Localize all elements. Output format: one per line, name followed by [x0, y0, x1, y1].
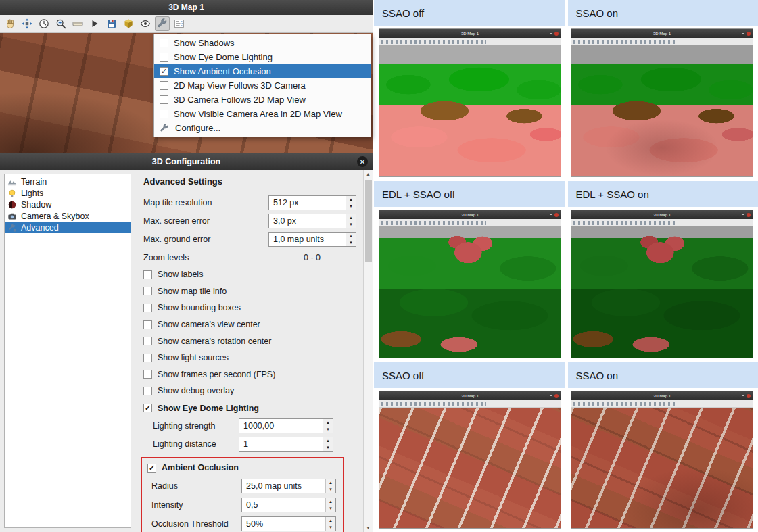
- spin-up-icon[interactable]: ▲: [346, 233, 356, 239]
- max-ground-error-spinbox[interactable]: 1,0 map units ▲▼: [268, 232, 356, 247]
- sidebar-item-camera-skybox[interactable]: Camera & Skybox: [5, 210, 131, 222]
- checkbox-row-show-labels[interactable]: Show labels: [143, 266, 363, 283]
- menu-item-show-visible-camera-area[interactable]: Show Visible Camera Area in 2D Map View: [154, 107, 371, 121]
- spin-down-icon[interactable]: ▼: [326, 505, 335, 512]
- eye-icon[interactable]: [138, 16, 153, 31]
- legend-icon[interactable]: [172, 16, 187, 31]
- spin-down-icon[interactable]: ▼: [346, 221, 356, 228]
- spin-down-icon[interactable]: ▼: [323, 426, 333, 433]
- scroll-up-icon[interactable]: ▲: [366, 170, 371, 178]
- spinbox-value[interactable]: 50%: [242, 517, 325, 531]
- checkbox-icon: [143, 387, 152, 395]
- sidebar-item-terrain[interactable]: Terrain: [5, 176, 131, 187]
- minimize-icon: [550, 33, 552, 34]
- edl-group-header[interactable]: Show Eye Dome Lighting: [143, 400, 363, 417]
- export-3d-icon[interactable]: [121, 16, 136, 31]
- checkbox-row-show-bounding-boxes[interactable]: Show bounding boxes: [143, 299, 363, 316]
- radius-spinbox[interactable]: 25,0 map units ▲▼: [241, 479, 336, 493]
- camera-control-icon[interactable]: [20, 16, 34, 31]
- minimize-icon: [550, 214, 552, 216]
- comparison-label: SSAO on: [568, 0, 758, 26]
- menu-item-show-shadows[interactable]: Show Shadows: [154, 36, 371, 50]
- menu-item-3d-follows-2d[interactable]: 3D Camera Follows 2D Map View: [154, 93, 371, 107]
- map-window-titlebar[interactable]: 3D Map 1: [0, 0, 373, 15]
- spin-up-icon[interactable]: ▲: [326, 479, 335, 486]
- menu-item-configure[interactable]: Configure...: [154, 121, 371, 135]
- field-label: Max. screen error: [143, 216, 268, 226]
- effects-wrench-icon[interactable]: [155, 16, 170, 31]
- spin-down-icon[interactable]: ▼: [346, 203, 356, 210]
- spin-up-icon[interactable]: ▲: [323, 419, 333, 426]
- map-tile-resolution-spinbox[interactable]: 512 px ▲▼: [268, 195, 356, 210]
- mini-map-screenshot: 3D Map 1: [571, 210, 753, 358]
- field-label: Max. ground error: [143, 235, 268, 244]
- mini-title: 3D Map 1: [461, 213, 479, 217]
- mini-title: 3D Map 1: [653, 213, 671, 217]
- scrollbar-thumb[interactable]: [365, 180, 372, 262]
- effects-menu: Show Shadows Show Eye Dome Lighting Show…: [153, 34, 371, 137]
- lighting-distance-spinbox[interactable]: 1 ▲▼: [239, 437, 333, 452]
- pan-icon[interactable]: [3, 16, 18, 31]
- spin-up-icon[interactable]: ▲: [326, 517, 335, 524]
- spin-up-icon[interactable]: ▲: [323, 437, 333, 444]
- mini-toolbar: [571, 400, 753, 408]
- comparison-label: SSAO on: [568, 362, 758, 388]
- checkbox-checked-icon: [160, 67, 168, 76]
- checkbox-label: Show bounding boxes: [158, 303, 241, 312]
- advanced-settings-panel: Advanced Settings Map tile resolution 51…: [134, 170, 363, 532]
- spinbox-value[interactable]: 3,0 px: [269, 214, 346, 228]
- render-aerial-ssao-on: [571, 408, 753, 528]
- spin-down-icon[interactable]: ▼: [346, 239, 356, 246]
- dialog-scrollbar[interactable]: ▲ ▼: [363, 170, 373, 532]
- intensity-spinbox[interactable]: 0,5 ▲▼: [241, 498, 336, 512]
- field-row-intensity: Intensity 0,5 ▲▼: [147, 495, 337, 514]
- spinbox-arrows: ▲▼: [325, 517, 335, 531]
- spin-up-icon[interactable]: ▲: [346, 196, 356, 203]
- comparison-block-2: EDL + SSAO off EDL + SSAO on 3D Map 1 3D…: [374, 181, 758, 358]
- scroll-down-icon[interactable]: ▼: [366, 523, 371, 532]
- checkbox-checked-icon: [147, 464, 156, 473]
- animation-clock-icon[interactable]: [37, 16, 51, 31]
- sidebar-item-shadow[interactable]: Shadow: [5, 199, 131, 210]
- occlusion-threshold-spinbox[interactable]: 50% ▲▼: [241, 516, 336, 531]
- field-row-max-ground-error: Max. ground error 1,0 map units ▲▼: [143, 230, 363, 248]
- checkbox-row-show-fps[interactable]: Show frames per second (FPS): [143, 366, 363, 383]
- spinbox-value[interactable]: 1: [239, 437, 323, 451]
- sidebar-item-label: Lights: [21, 189, 43, 198]
- spin-down-icon[interactable]: ▼: [326, 524, 335, 531]
- mini-titlebar: 3D Map 1: [379, 29, 561, 38]
- checkbox-row-show-light-sources[interactable]: Show light sources: [143, 349, 363, 366]
- spinbox-value[interactable]: 1,0 map units: [269, 233, 346, 246]
- ao-group-header[interactable]: Ambient Occlusion: [147, 460, 337, 477]
- zoom-icon[interactable]: [53, 16, 68, 31]
- play-animation-icon[interactable]: [87, 16, 102, 31]
- group-label: Ambient Occlusion: [162, 463, 239, 473]
- sidebar-item-advanced[interactable]: Advanced: [5, 222, 131, 233]
- menu-item-show-eye-dome-lighting[interactable]: Show Eye Dome Lighting: [154, 50, 371, 64]
- spin-down-icon[interactable]: ▼: [323, 444, 333, 451]
- spinbox-value[interactable]: 25,0 map units: [242, 479, 325, 493]
- group-label: Show Eye Dome Lighting: [158, 404, 259, 413]
- spin-down-icon[interactable]: ▼: [326, 486, 335, 493]
- menu-item-2d-follows-3d[interactable]: 2D Map View Follows 3D Camera: [154, 78, 371, 93]
- checkbox-label: Show debug overlay: [158, 386, 234, 395]
- spin-up-icon[interactable]: ▲: [346, 214, 356, 221]
- spin-up-icon[interactable]: ▲: [326, 498, 335, 505]
- checkbox-row-show-camera-rotation-center[interactable]: Show camera's rotation center: [143, 333, 363, 349]
- measure-icon[interactable]: [70, 16, 85, 31]
- menu-item-show-ambient-occlusion[interactable]: Show Ambient Occlusion: [154, 64, 371, 78]
- close-icon[interactable]: ✕: [357, 156, 368, 167]
- config-dialog-titlebar[interactable]: 3D Configuration ✕: [0, 153, 373, 170]
- save-scene-icon[interactable]: [104, 16, 119, 31]
- spinbox-value[interactable]: 0,5: [242, 498, 325, 512]
- spinbox-arrows: ▲▼: [346, 196, 356, 210]
- checkbox-row-show-debug-overlay[interactable]: Show debug overlay: [143, 383, 363, 400]
- checkbox-row-show-camera-view-center[interactable]: Show camera's view center: [143, 316, 363, 333]
- checkbox-label: Show light sources: [158, 353, 229, 362]
- checkbox-row-show-map-tile-info[interactable]: Show map tile info: [143, 283, 363, 300]
- lighting-strength-spinbox[interactable]: 1000,00 ▲▼: [239, 418, 333, 433]
- spinbox-value[interactable]: 512 px: [269, 196, 346, 210]
- spinbox-value[interactable]: 1000,00: [239, 419, 323, 433]
- sidebar-item-lights[interactable]: Lights: [5, 187, 131, 199]
- max-screen-error-spinbox[interactable]: 3,0 px ▲▼: [268, 214, 356, 228]
